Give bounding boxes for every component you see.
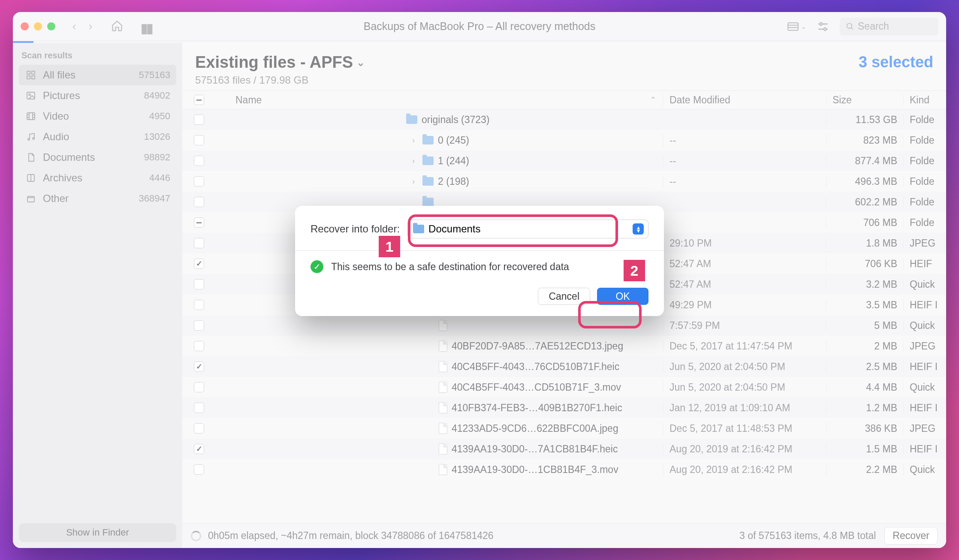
file-kind: HEIF — [903, 258, 946, 270]
file-size: 2.5 MB — [826, 361, 903, 373]
sidebar-item-audio[interactable]: Audio 13026 — [19, 126, 176, 147]
ok-button[interactable]: OK — [597, 288, 648, 305]
row-checkbox[interactable] — [194, 114, 204, 125]
row-checkbox[interactable] — [194, 156, 204, 166]
table-row[interactable]: 7:57:59 PM 5 MB Quick — [182, 315, 946, 336]
table-row[interactable]: 4139AA19-30D0-…1CB81B4F_3.mov Aug 20, 20… — [182, 459, 946, 480]
row-checkbox[interactable] — [194, 341, 204, 351]
row-checkbox[interactable] — [194, 135, 204, 145]
column-date[interactable]: Date Modified — [663, 94, 826, 106]
sidebar-item-label: Archives — [43, 172, 149, 184]
back-button[interactable]: ‹ — [68, 20, 80, 33]
show-in-finder-button[interactable]: Show in Finder — [19, 523, 176, 542]
file-icon — [439, 382, 447, 393]
file-date: Jun 5, 2020 at 2:04:50 PM — [663, 361, 826, 373]
safe-destination-message: ✓ This seems to be a safe destination fo… — [311, 260, 648, 273]
table-row[interactable]: ›0 (245) -- 823 MB Folde — [182, 130, 946, 151]
file-kind: Quick — [903, 279, 946, 290]
settings-icon[interactable] — [817, 21, 829, 32]
table-header: Name ⌃ Date Modified Size Kind — [182, 90, 946, 109]
grid-icon — [25, 69, 37, 81]
film-icon — [25, 110, 37, 122]
row-checkbox[interactable] — [194, 320, 204, 331]
table-row[interactable]: ›1 (244) -- 877.4 MB Folde — [182, 151, 946, 171]
disclosure-icon[interactable]: › — [412, 136, 418, 145]
sidebar-item-label: Audio — [43, 131, 144, 143]
table-row[interactable]: ›2 (198) -- 496.3 MB Folde — [182, 171, 946, 192]
minimize-window[interactable] — [34, 22, 42, 30]
view-mode-button[interactable]: ⌄ — [787, 22, 806, 31]
sidebar-item-other[interactable]: Other 368947 — [19, 188, 176, 209]
row-checkbox[interactable] — [194, 361, 204, 372]
column-size[interactable]: Size — [826, 94, 903, 106]
sidebar-item-archives[interactable]: Archives 4446 — [19, 168, 176, 188]
sidebar-item-video[interactable]: Video 4950 — [19, 106, 176, 126]
divider — [295, 250, 664, 251]
disclosure-icon[interactable]: › — [412, 157, 418, 166]
table-row[interactable]: 40C4B5FF-4043…CD510B71F_3.mov Jun 5, 202… — [182, 377, 946, 397]
row-checkbox[interactable] — [194, 176, 204, 187]
file-kind: Folde — [903, 196, 946, 208]
row-checkbox[interactable] — [194, 423, 204, 434]
svg-rect-26 — [27, 196, 34, 202]
svg-rect-9 — [27, 71, 30, 74]
file-size: 1.2 MB — [826, 402, 903, 414]
file-icon — [439, 361, 447, 372]
table-row[interactable]: 410FB374-FEB3-…409B1B270F1.heic Jan 12, … — [182, 397, 946, 418]
file-kind: JPEG — [903, 238, 946, 249]
sidebar-item-documents[interactable]: Documents 98892 — [19, 147, 176, 168]
archive-icon — [25, 172, 37, 184]
spinner-icon — [191, 531, 201, 541]
table-row[interactable]: 40BF20D7-9A85…7AE512ECD13.jpeg Dec 5, 20… — [182, 336, 946, 356]
row-checkbox[interactable] — [194, 279, 204, 289]
table-row[interactable]: 4139AA19-30D0-…7A1CB81B4F.heic Aug 20, 2… — [182, 439, 946, 459]
svg-rect-12 — [32, 76, 35, 79]
column-kind[interactable]: Kind — [903, 94, 946, 106]
table-row[interactable]: originals (3723) 11.53 GB Folde — [182, 109, 946, 130]
column-name[interactable]: Name ⌃ — [210, 94, 663, 106]
file-size: 5 MB — [826, 320, 903, 331]
file-date: Jan 12, 2019 at 1:09:10 AM — [663, 402, 826, 414]
file-size: 877.4 MB — [826, 155, 903, 167]
row-checkbox[interactable] — [194, 382, 204, 392]
selection-count[interactable]: 3 selected — [859, 53, 933, 71]
table-row[interactable]: 40C4B5FF-4043…76CD510B71F.heic Jun 5, 20… — [182, 356, 946, 377]
recover-folder-select[interactable]: Documents ▴▾ — [407, 220, 648, 238]
svg-line-8 — [851, 27, 853, 29]
row-checkbox[interactable] — [194, 238, 204, 248]
sidebar-item-label: Pictures — [43, 90, 144, 102]
row-checkbox[interactable] — [194, 259, 204, 269]
file-date: 52:47 AM — [663, 258, 826, 270]
forward-button[interactable]: › — [84, 20, 97, 33]
column-checkbox[interactable] — [188, 95, 210, 105]
row-checkbox[interactable] — [194, 300, 204, 310]
file-name: 4139AA19-30D0-…1CB81B4F_3.mov — [452, 464, 618, 476]
sidebar-item-count: 84902 — [144, 90, 170, 101]
file-rows: originals (3723) 11.53 GB Folde ›0 (245)… — [182, 109, 946, 523]
disclosure-icon[interactable]: › — [412, 177, 418, 186]
cancel-button[interactable]: Cancel — [538, 288, 590, 305]
pause-icon[interactable]: ▮▮ — [140, 21, 152, 33]
file-date: 49:29 PM — [663, 299, 826, 311]
row-checkbox[interactable] — [194, 403, 204, 413]
row-checkbox[interactable] — [194, 217, 204, 228]
search-input[interactable]: Search — [840, 18, 938, 36]
sidebar-item-label: Other — [43, 193, 139, 205]
recover-button[interactable]: Recover — [884, 527, 938, 545]
row-checkbox[interactable] — [194, 444, 204, 454]
row-checkbox[interactable] — [194, 197, 204, 207]
main-subtitle: 575163 files / 179.98 GB — [195, 74, 859, 86]
table-row[interactable]: 41233AD5-9CD6…622BBFC00A.jpeg Dec 5, 201… — [182, 418, 946, 439]
row-checkbox[interactable] — [194, 464, 204, 475]
sidebar-item-pictures[interactable]: Pictures 84902 — [19, 85, 176, 106]
zoom-window[interactable] — [47, 22, 55, 30]
home-icon[interactable] — [111, 20, 123, 33]
file-date: -- — [663, 155, 826, 167]
folder-icon — [413, 225, 424, 233]
scan-status: 0h05m elapsed, ~4h27m remain, block 3478… — [208, 530, 494, 542]
main-header-left: Existing files - APFS ⌄ 575163 files / 1… — [195, 53, 859, 86]
main-title[interactable]: Existing files - APFS ⌄ — [195, 53, 859, 72]
close-window[interactable] — [21, 22, 29, 30]
file-date: Aug 20, 2019 at 2:16:42 PM — [663, 464, 826, 476]
sidebar-item-all-files[interactable]: All files 575163 — [19, 65, 176, 85]
